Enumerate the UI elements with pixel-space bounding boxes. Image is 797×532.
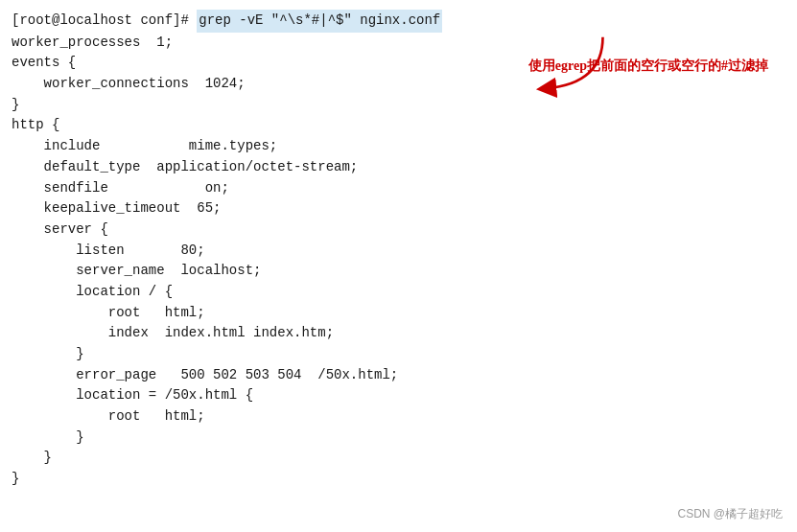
csdn-watermark: CSDN @橘子超好吃 (677, 506, 783, 522)
output-line-21: } (12, 448, 785, 469)
output-line-20: } (12, 428, 785, 449)
output-line-7: default_type application/octet-stream; (12, 157, 785, 178)
annotation-text: 使用egrep把前面的空行或空行的#过滤掉 (528, 58, 768, 75)
output-line-19: root html; (12, 406, 785, 428)
output-line-17: error_page 500 502 503 504 /50x.html; (12, 365, 785, 386)
output-line-6: include mime.types; (12, 136, 785, 157)
output-line-13: location / { (12, 282, 785, 303)
command-line: [root@localhost conf]# grep -vE "^\s*#|^… (12, 10, 785, 33)
output-line-4: } (12, 95, 785, 116)
output-line-5: http { (12, 115, 785, 136)
output-line-18: location = /50x.html { (12, 385, 785, 406)
output-line-1: worker_processes 1; (12, 33, 785, 54)
output-line-22: } (12, 469, 785, 490)
output-line-14: root html; (12, 303, 785, 324)
output-line-11: listen 80; (12, 241, 785, 262)
output-line-8: sendfile on; (12, 178, 785, 199)
output-line-10: server { (12, 220, 785, 241)
output-line-12: server_name localhost; (12, 261, 785, 282)
output-line-3: worker_connections 1024; (12, 74, 785, 95)
prompt: [root@localhost conf]# (12, 11, 197, 32)
output-line-9: keepalive_timeout 65; (12, 198, 785, 220)
command-text: grep -vE "^\s*#|^$" nginx.conf (197, 10, 442, 33)
output-line-16: } (12, 344, 785, 365)
output-line-15: index index.html index.htm; (12, 323, 785, 344)
terminal-window: [root@localhost conf]# grep -vE "^\s*#|^… (0, 0, 797, 532)
